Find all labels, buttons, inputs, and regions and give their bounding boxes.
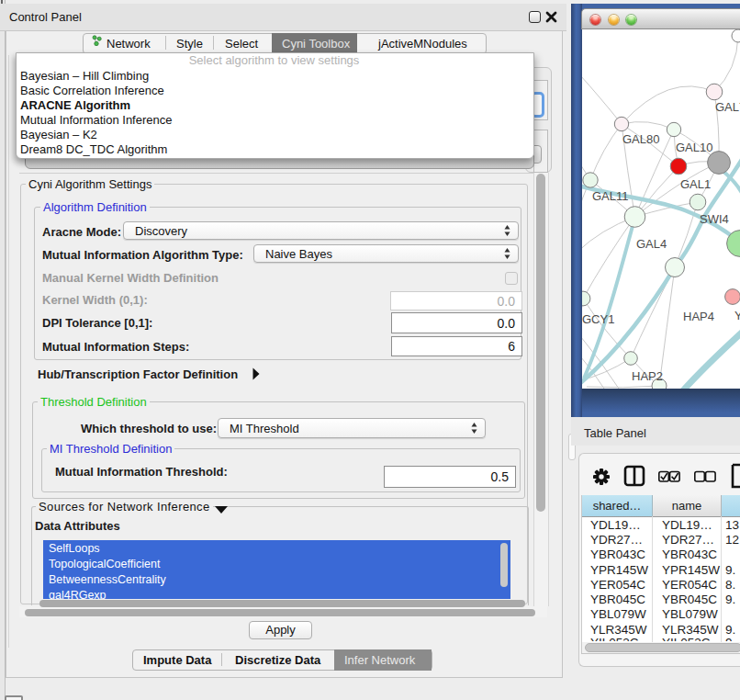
svg-text:GAL7: GAL7 bbox=[715, 100, 740, 114]
svg-text:HAP2: HAP2 bbox=[632, 369, 663, 383]
svg-text:GAL10: GAL10 bbox=[676, 141, 712, 154]
svg-text:GAL11: GAL11 bbox=[592, 189, 629, 203]
svg-text:GCY1: GCY1 bbox=[582, 312, 614, 326]
svg-text:GAL4: GAL4 bbox=[636, 237, 667, 251]
svg-text:HAP4: HAP4 bbox=[683, 310, 714, 323]
svg-text:Y: Y bbox=[734, 309, 740, 322]
svg-text:GAL80: GAL80 bbox=[622, 132, 659, 146]
svg-text:GAL1: GAL1 bbox=[680, 177, 711, 191]
svg-text:SWI4: SWI4 bbox=[700, 212, 729, 226]
